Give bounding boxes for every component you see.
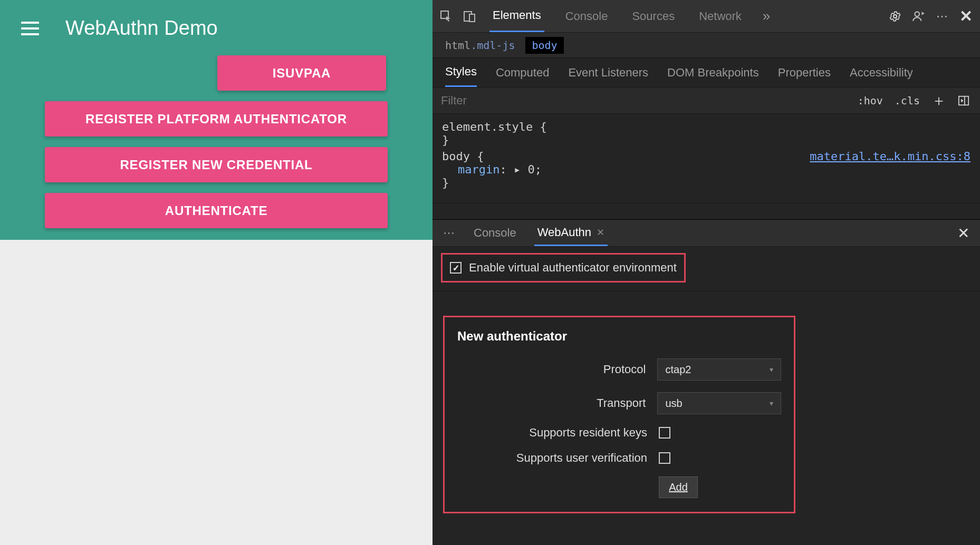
enable-virtual-authenticator-row[interactable]: Enable virtual authenticator environment	[441, 253, 686, 283]
subtab-properties[interactable]: Properties	[778, 58, 831, 87]
tab-sources[interactable]: Sources	[629, 0, 678, 32]
devtools-toolbar: Elements Console Sources Network » ⋯ ✕	[433, 0, 980, 33]
element-style-selector[interactable]: element.style {	[442, 120, 971, 133]
app-header: WebAuthn Demo ISUVPAA REGISTER PLATFORM …	[0, 0, 433, 240]
svg-rect-2	[469, 14, 475, 22]
app-title: WebAuthn Demo	[65, 17, 218, 40]
drawer-tab-console[interactable]: Console	[470, 220, 520, 246]
tab-console[interactable]: Console	[562, 0, 611, 32]
drawer-tab-webauthn-close-icon[interactable]: ✕	[597, 227, 604, 238]
buttons-wrap: ISUVPAA REGISTER PLATFORM AUTHENTICATOR …	[21, 55, 411, 239]
transport-label: Transport	[457, 396, 646, 410]
register-platform-authenticator-button[interactable]: REGISTER PLATFORM AUTHENTICATOR	[45, 101, 388, 137]
breadcrumb-html-tag: html	[445, 39, 470, 52]
breadcrumb-html[interactable]: html.mdl-js	[445, 39, 515, 52]
styles-filter-input[interactable]	[433, 94, 847, 108]
hov-toggle[interactable]: :hov	[858, 94, 883, 107]
new-authenticator-form: New authenticator Protocol ctap2 ▾ Trans…	[443, 316, 795, 513]
subtab-event-listeners[interactable]: Event Listeners	[568, 58, 648, 87]
register-new-credential-button[interactable]: REGISTER NEW CREDENTIAL	[45, 147, 388, 182]
cls-toggle[interactable]: .cls	[895, 94, 920, 107]
add-authenticator-button[interactable]: Add	[659, 476, 698, 498]
settings-gear-icon[interactable]	[889, 10, 901, 23]
transport-value: usb	[665, 397, 682, 410]
drawer-tab-webauthn[interactable]: WebAuthn ✕	[534, 220, 608, 246]
tab-elements[interactable]: Elements	[489, 0, 544, 32]
css-prop-margin[interactable]: margin: ▸ 0;	[442, 163, 971, 176]
chevron-down-icon: ▾	[770, 365, 773, 374]
protocol-select[interactable]: ctap2 ▾	[657, 358, 781, 381]
inspect-element-icon[interactable]	[440, 10, 453, 23]
drawer-more-icon[interactable]: ⋯	[443, 226, 456, 240]
isuvpaa-button[interactable]: ISUVPAA	[217, 55, 386, 91]
device-toolbar-icon[interactable]	[463, 10, 476, 23]
subtab-styles[interactable]: Styles	[445, 58, 477, 87]
breadcrumb-body[interactable]: body	[525, 37, 563, 54]
breadcrumb-html-class: .mdl-js	[470, 39, 515, 52]
drawer-tabs: ⋯ Console WebAuthn ✕ ✕	[433, 219, 980, 247]
toggle-layout-icon[interactable]	[958, 95, 969, 106]
enable-virtual-authenticator-checkbox[interactable]	[450, 262, 462, 274]
authenticate-button[interactable]: AUTHENTICATE	[45, 193, 388, 228]
styles-sub-tabs: Styles Computed Event Listeners DOM Brea…	[433, 58, 980, 87]
styles-filter-bar: :hov .cls ＋	[433, 87, 980, 114]
new-authenticator-title: New authenticator	[457, 329, 781, 344]
svg-point-4	[915, 12, 919, 16]
enable-virtual-authenticator-label: Enable virtual authenticator environment	[469, 261, 677, 275]
protocol-label: Protocol	[457, 363, 646, 376]
devtools-panel: Elements Console Sources Network » ⋯ ✕ h…	[433, 0, 980, 545]
brace-close-2: }	[442, 176, 971, 189]
css-source-link[interactable]: material.te…k.min.css:8	[810, 150, 971, 163]
drawer-tab-webauthn-label: WebAuthn	[537, 226, 591, 239]
supports-user-verification-checkbox[interactable]	[659, 452, 670, 464]
app-panel: WebAuthn Demo ISUVPAA REGISTER PLATFORM …	[0, 0, 433, 545]
hamburger-menu-icon[interactable]	[21, 18, 42, 39]
supports-resident-keys-label: Supports resident keys	[457, 426, 647, 440]
protocol-value: ctap2	[665, 364, 691, 376]
svg-rect-5	[959, 96, 968, 105]
feedback-icon[interactable]	[912, 9, 926, 23]
brace-close-1: }	[442, 133, 971, 147]
new-style-rule-icon[interactable]: ＋	[931, 91, 946, 111]
subtab-computed[interactable]: Computed	[496, 58, 550, 87]
drawer-close-icon[interactable]: ✕	[957, 225, 969, 242]
app-top-bar: WebAuthn Demo	[21, 17, 411, 40]
transport-select[interactable]: usb ▾	[657, 392, 781, 414]
subtab-dom-breakpoints[interactable]: DOM Breakpoints	[667, 58, 759, 87]
more-menu-icon[interactable]: ⋯	[936, 9, 949, 23]
css-prop-name: margin	[458, 163, 499, 176]
more-tabs-chevron-icon[interactable]: »	[763, 8, 770, 24]
close-devtools-icon[interactable]: ✕	[959, 7, 973, 25]
supports-resident-keys-checkbox[interactable]	[659, 427, 670, 439]
subtab-accessibility[interactable]: Accessibility	[850, 58, 913, 87]
chevron-down-icon: ▾	[770, 399, 773, 407]
elements-breadcrumb: html.mdl-js body	[433, 33, 980, 58]
tab-network[interactable]: Network	[696, 0, 745, 32]
styles-pane: element.style { } material.te…k.min.css:…	[433, 114, 980, 203]
supports-user-verification-label: Supports user verification	[457, 451, 647, 465]
css-prop-value: 0	[527, 163, 534, 176]
